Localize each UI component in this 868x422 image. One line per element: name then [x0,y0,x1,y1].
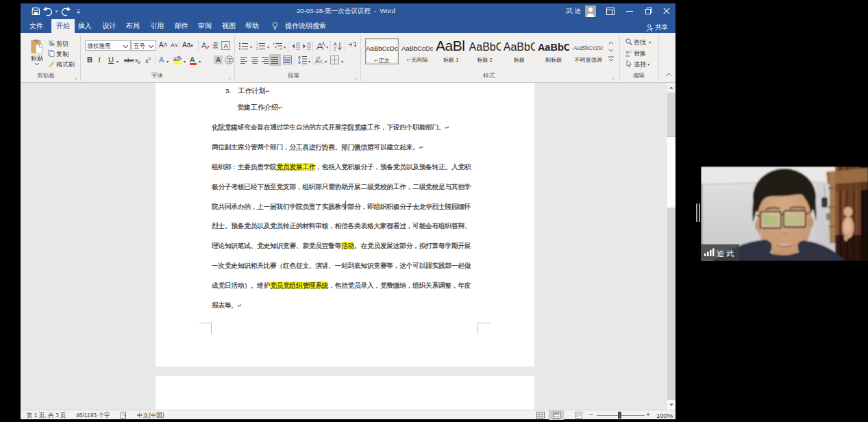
svg-text:1: 1 [256,42,258,46]
svg-text:变: 变 [212,42,219,49]
svg-text:i: i [277,48,277,51]
svg-text:ac: ac [625,53,630,57]
svg-text:A: A [334,42,337,47]
svg-text:x: x [124,413,126,417]
svg-text:迪 武: 迪 武 [717,249,734,258]
svg-text:2: 2 [256,47,258,50]
svg-text:Z: Z [334,47,336,51]
svg-text:字: 字 [227,58,232,64]
svg-text:A: A [201,41,207,49]
